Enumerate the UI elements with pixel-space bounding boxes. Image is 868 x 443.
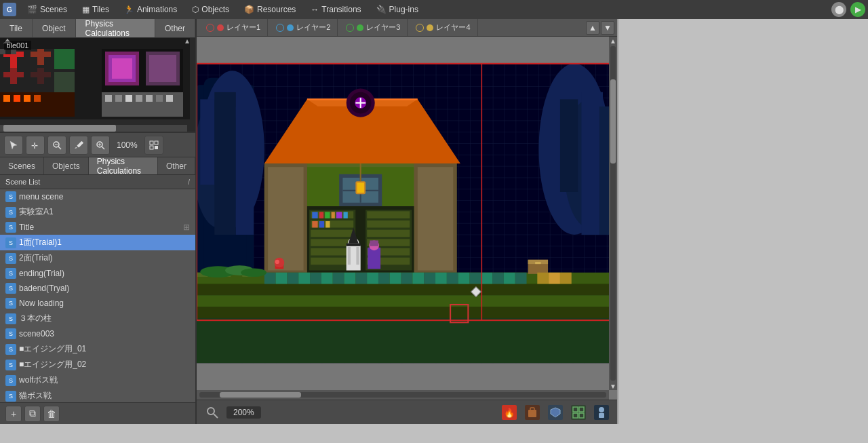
svg-rect-119 (214, 92, 236, 235)
tab-object[interactable]: Object (33, 19, 76, 37)
tab2-objects[interactable]: Objects (44, 157, 89, 174)
select-tool[interactable] (4, 136, 23, 155)
scene-icon: S (5, 283, 16, 294)
scene-item-wolf[interactable]: S wolfボス戦 (0, 372, 195, 388)
tab2-scenes[interactable]: Scenes (0, 157, 44, 174)
svg-rect-206 (401, 273, 413, 284)
svg-rect-167 (326, 221, 330, 227)
scene-item-menu[interactable]: S menu scene (0, 189, 195, 204)
canvas-vscrollbar[interactable]: ▲ ▼ (609, 37, 617, 390)
svg-rect-197 (298, 273, 310, 284)
menu-plugins[interactable]: 🔌 Plug-ins (370, 2, 425, 17)
status-bar: 200% 🔥 (197, 400, 617, 424)
svg-rect-183 (370, 240, 378, 246)
move-tool[interactable]: ✛ (26, 136, 45, 155)
svg-rect-118 (200, 99, 214, 185)
layer-tab-2[interactable]: レイヤー2 (269, 19, 338, 36)
scene-item-pillars[interactable]: S ３本の柱 (0, 311, 195, 326)
scene-item-ending[interactable]: S ending(Trial) (0, 266, 195, 281)
objects-icon: ⬡ (192, 5, 199, 14)
svg-rect-120 (236, 107, 254, 235)
scene-item-badend[interactable]: S badend(Tryal) (0, 281, 195, 296)
scene-icon: S (5, 222, 16, 233)
scene-item-aging02[interactable]: S ■エイジング用_02 (0, 357, 195, 372)
layer-tab-1[interactable]: レイヤー1 (199, 19, 268, 36)
fire-tool-icon[interactable]: 🔥 (500, 404, 518, 421)
top-menu-bar: G 🎬 Scenes ▦ Tiles 🏃 Animations ⬡ Object… (0, 0, 868, 19)
layer-expand-btn[interactable]: ▼ (601, 21, 614, 35)
hscroll-track[interactable] (199, 392, 606, 398)
scene-item-lab[interactable]: S 実験室A1 (0, 204, 195, 220)
svg-rect-199 (321, 273, 333, 284)
menu-resources[interactable]: 📦 Resources (237, 2, 302, 17)
play-button[interactable]: ▶ (850, 2, 865, 17)
layer-collapse-btn[interactable]: ▲ (586, 21, 599, 35)
delete-scene-button[interactable]: 🗑 (43, 406, 60, 422)
tab-other[interactable]: Other (155, 19, 195, 37)
layer-tab-3[interactable]: レイヤー3 (339, 19, 408, 36)
zoom-fit-btn[interactable] (144, 136, 163, 155)
vscroll-handle[interactable] (610, 79, 616, 163)
hscroll-handle[interactable] (220, 392, 301, 398)
layer-3-dot (357, 24, 363, 31)
svg-rect-216 (515, 273, 527, 284)
tab2-physics[interactable]: Physics Calculations (89, 157, 158, 174)
svg-rect-181 (368, 248, 380, 269)
zoom-value: 200% (233, 408, 254, 417)
menu-scenes[interactable]: 🎬 Scenes (20, 2, 74, 17)
scene-icon: S (5, 237, 16, 248)
layer-3-eye[interactable] (346, 24, 354, 32)
shield-tool-icon[interactable] (547, 404, 564, 421)
scene-item-scene003[interactable]: S scene003 (0, 326, 195, 341)
tab-tile[interactable]: Tile (0, 19, 33, 37)
svg-rect-19 (34, 95, 41, 102)
svg-rect-208 (424, 273, 435, 284)
scene-icon: S (5, 298, 16, 309)
scene-item-aging01[interactable]: S ■エイジング用_01 (0, 341, 195, 357)
zoom-out-tool[interactable] (47, 136, 66, 155)
layer-2-eye[interactable] (276, 24, 284, 32)
vscroll-up-arrow[interactable]: ▲ (609, 37, 617, 45)
scene-item-loading[interactable]: S Now loading (0, 296, 195, 311)
grid-tool-icon[interactable] (570, 404, 587, 421)
scene-item-title[interactable]: S Title ⊞ (0, 220, 195, 235)
scene-item-extra-icon: ⊞ (183, 223, 190, 232)
duplicate-scene-button[interactable]: ⧉ (24, 406, 41, 422)
scene-item-1f-trial[interactable]: S 1面(Traial)1 (0, 235, 195, 250)
canvas-hscrollbar[interactable] (197, 390, 609, 400)
tile-preview-hscroll[interactable] (0, 125, 187, 132)
scene-icon: S (5, 313, 16, 324)
menu-objects[interactable]: ⬡ Objects (185, 2, 236, 17)
menu-animations[interactable]: 🏃 Animations (117, 2, 184, 17)
record-button[interactable]: ⬤ (831, 2, 846, 17)
vscroll-down-arrow[interactable]: ▼ (609, 382, 617, 390)
layer-tab-4[interactable]: レイヤー4 (409, 19, 477, 36)
search-tool[interactable] (91, 136, 110, 155)
bag-tool-icon[interactable] (524, 404, 541, 421)
character-tool-icon[interactable] (593, 404, 610, 421)
svg-rect-180 (356, 247, 359, 265)
scene-list[interactable]: S menu scene S 実験室A1 S Title ⊞ S 1面(Trai… (0, 189, 195, 402)
svg-rect-196 (287, 273, 298, 284)
tab2-other[interactable]: Other (158, 157, 195, 174)
add-scene-button[interactable]: + (5, 406, 22, 422)
scene-item-cat[interactable]: S 猫ボス戦 (0, 388, 195, 402)
layer-3-label: レイヤー3 (366, 22, 400, 33)
svg-rect-49 (150, 146, 153, 149)
layer-4-dot (427, 24, 433, 31)
layer-4-eye[interactable] (416, 24, 424, 32)
tiles-icon: ▦ (82, 5, 90, 14)
svg-marker-36 (10, 141, 17, 149)
pencil-tool[interactable] (69, 136, 88, 155)
left-bottom-toolbar: + ⧉ 🗑 (0, 402, 195, 424)
menu-transitions[interactable]: ↔ Transitions (304, 2, 368, 17)
search-status-icon[interactable] (203, 404, 221, 421)
vscroll-track[interactable] (610, 46, 616, 381)
scene-item-2f[interactable]: S 2面(Trial) (0, 250, 195, 266)
tab-physics[interactable]: Physics Calculations (76, 19, 155, 37)
canvas-area[interactable]: ▲ ▼ (197, 37, 617, 400)
menu-tiles[interactable]: ▦ Tiles (75, 2, 116, 17)
main-layout: Tile Object Physics Calculations Other t… (0, 19, 868, 424)
layer-1-eye[interactable] (206, 24, 214, 32)
layer-4-label: レイヤー4 (436, 22, 470, 33)
